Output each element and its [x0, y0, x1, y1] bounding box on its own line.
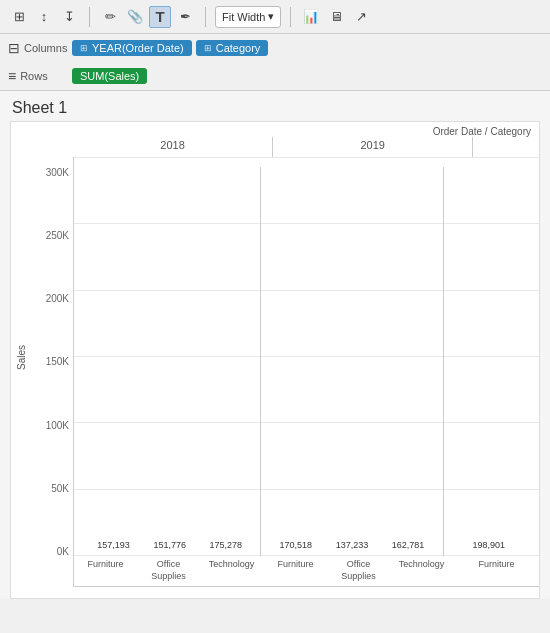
y-tick-250k: 250K	[31, 230, 73, 241]
x-label-furniture-2018: Furniture	[74, 556, 137, 586]
tool-icon[interactable]: ✒	[174, 6, 196, 28]
bar-label-technology-2019: 162,781	[392, 540, 425, 550]
x-labels-2018: Furniture OfficeSupplies Technology	[74, 556, 263, 586]
year-divider-2019	[260, 167, 261, 556]
grid-icon[interactable]: ⊞	[8, 6, 30, 28]
chart-container: Sheet 1 Order Date / Category 2018 2019 …	[0, 91, 550, 599]
toolbar-separator-3	[290, 7, 291, 27]
plot-area: 157,193 151,776 175,278	[73, 157, 539, 587]
x-label-technology-2018: Technology	[200, 556, 263, 586]
corner-label: Order Date / Category	[11, 122, 539, 137]
bars-section: 157,193 151,776 175,278	[74, 157, 539, 556]
x-labels-partial: Furniture	[454, 556, 539, 586]
y-tick-200k: 200K	[31, 293, 73, 304]
columns-shelf: ⊟ Columns ⊞ YEAR(Order Date) ⊞ Category	[0, 34, 550, 62]
bar-label-furniture-2018: 157,193	[97, 540, 130, 550]
bar-label-officesupplies-2019: 137,233	[336, 540, 369, 550]
bar-label-officesupplies-2018: 151,776	[153, 540, 186, 550]
monitor-icon[interactable]: 🖥	[325, 6, 347, 28]
y-tick-300k: 300K	[31, 167, 73, 178]
sum-sales-pill[interactable]: SUM(Sales)	[72, 68, 147, 84]
x-labels-2019: Furniture OfficeSupplies Technology	[264, 556, 453, 586]
year-order-date-pill[interactable]: ⊞ YEAR(Order Date)	[72, 40, 192, 56]
toolbar: ⊞ ↕ ↧ ✏ 📎 T ✒ Fit Width ▾ 📊 🖥 ↗	[0, 0, 550, 34]
toolbar-group-left: ⊞ ↕ ↧	[8, 6, 80, 28]
y-tick-50k: 50K	[31, 483, 73, 494]
chart-wrapper: Order Date / Category 2018 2019 Sales 30…	[10, 121, 540, 599]
y-tick-0k: 0K	[31, 546, 73, 557]
shelf-area: ⊟ Columns ⊞ YEAR(Order Date) ⊞ Category …	[0, 34, 550, 91]
chart-inner: Sales 300K 250K 200K 150K 100K 50K 0K	[11, 157, 539, 587]
fit-width-label: Fit Width	[222, 11, 265, 23]
x-label-officesupplies-2019: OfficeSupplies	[327, 556, 390, 586]
toolbar-separator-1	[89, 7, 90, 27]
year-header-2018: 2018	[73, 137, 272, 157]
y-axis: 300K 250K 200K 150K 100K 50K 0K	[31, 157, 73, 587]
pill-icon-category: ⊞	[204, 43, 212, 53]
chart-icon[interactable]: 📊	[300, 6, 322, 28]
rows-label: ≡ Rows	[8, 68, 66, 84]
x-label-furniture-partial: Furniture	[454, 556, 539, 586]
pill-icon-date: ⊞	[80, 43, 88, 53]
dropdown-icon: ▾	[268, 10, 274, 23]
x-label-furniture-2019: Furniture	[264, 556, 327, 586]
y-tick-150k: 150K	[31, 356, 73, 367]
bar-label-furniture-partial: 198,901	[473, 540, 506, 550]
y-tick-100k: 100K	[31, 420, 73, 431]
sort-asc-icon[interactable]: ↕	[33, 6, 55, 28]
bar-label-technology-2018: 175,278	[209, 540, 242, 550]
sort-desc-icon[interactable]: ↧	[58, 6, 80, 28]
year-header-partial	[472, 137, 539, 157]
text-T-button[interactable]: T	[149, 6, 171, 28]
columns-pills: ⊞ YEAR(Order Date) ⊞ Category	[72, 40, 268, 56]
y-axis-label: Sales	[11, 127, 31, 587]
x-label-officesupplies-2018: OfficeSupplies	[137, 556, 200, 586]
pencil-icon[interactable]: ✏	[99, 6, 121, 28]
category-pill[interactable]: ⊞ Category	[196, 40, 269, 56]
rows-pills: SUM(Sales)	[72, 68, 147, 84]
x-label-technology-2019: Technology	[390, 556, 453, 586]
year-header-2019: 2019	[272, 137, 472, 157]
x-labels-area: Furniture OfficeSupplies Technology Furn…	[74, 556, 539, 586]
fit-width-button[interactable]: Fit Width ▾	[215, 6, 281, 28]
sheet-title: Sheet 1	[10, 99, 540, 117]
toolbar-group-format: ✏ 📎 T ✒	[99, 6, 196, 28]
share-icon[interactable]: ↗	[350, 6, 372, 28]
year-header-row: 2018 2019	[11, 137, 539, 157]
toolbar-separator-2	[205, 7, 206, 27]
rows-shelf: ≡ Rows SUM(Sales)	[0, 62, 550, 90]
columns-label: ⊟ Columns	[8, 40, 66, 56]
bar-label-furniture-2019: 170,518	[280, 540, 313, 550]
paperclip-icon[interactable]: 📎	[124, 6, 146, 28]
year-divider-partial	[443, 167, 444, 556]
toolbar-group-right: 📊 🖥 ↗	[300, 6, 372, 28]
